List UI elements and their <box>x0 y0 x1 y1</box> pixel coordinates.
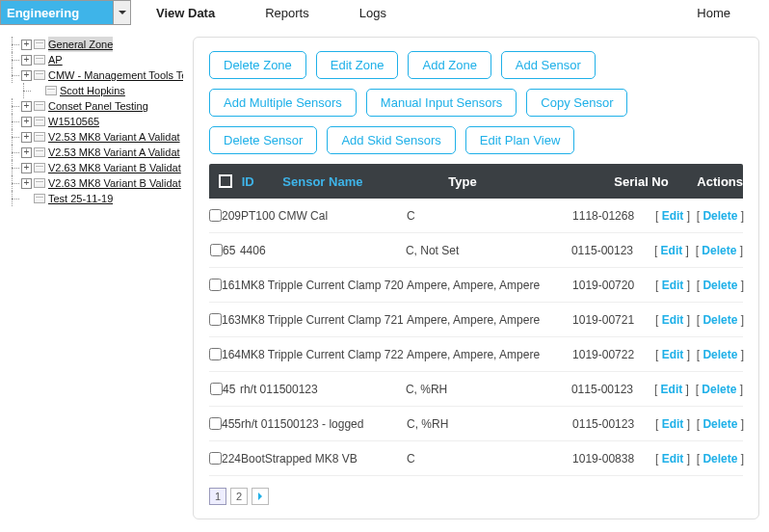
row-checkbox[interactable] <box>209 452 222 465</box>
edit-link[interactable]: Edit <box>662 348 684 361</box>
tree-expand-icon[interactable]: + <box>21 178 32 189</box>
add-skid-sensors-button[interactable]: Add Skid Sensors <box>327 126 455 154</box>
tree-expand-icon[interactable]: + <box>21 163 32 173</box>
zone-tree: +General Zone+AP+CMW - Management Tools … <box>10 37 183 519</box>
tree-expand-icon[interactable]: + <box>21 40 32 50</box>
cell-id: 161 <box>222 279 241 292</box>
edit-zone-button[interactable]: Edit Zone <box>316 51 399 79</box>
delete-link[interactable]: Delete <box>703 313 737 327</box>
cell-id: 163 <box>222 313 241 327</box>
next-page-icon[interactable] <box>252 488 269 505</box>
cell-type: C, %RH <box>407 417 572 431</box>
cell-name: BootStrapped MK8 VB <box>241 452 407 466</box>
table-header: ID Sensor Name Type Serial No Actions <box>209 164 743 199</box>
edit-link[interactable]: Edit <box>662 452 684 466</box>
cell-type: C <box>407 452 572 466</box>
tree-node-label[interactable]: W1510565 <box>48 114 99 129</box>
delete-link[interactable]: Delete <box>703 348 737 361</box>
tree-node-label[interactable]: V2.53 MK8 Variant A Validat <box>48 145 180 160</box>
tree-node-label[interactable]: General Zone <box>48 37 113 52</box>
cell-name: rh/t 011500123 <box>240 383 406 396</box>
cell-actions: [ Edit ] [ Delete ] <box>650 279 744 292</box>
tree-node: Test 25-11-19 <box>10 191 183 206</box>
nav-home[interactable]: Home <box>697 6 769 20</box>
row-checkbox[interactable] <box>209 279 222 291</box>
nav-logs[interactable]: Logs <box>334 6 411 20</box>
tree-node-label[interactable]: Test 25-11-19 <box>48 191 113 206</box>
add-zone-button[interactable]: Add Zone <box>408 51 491 79</box>
delete-link[interactable]: Delete <box>703 279 737 292</box>
cell-serial: 0115-00123 <box>571 244 649 257</box>
tree-expand-icon[interactable]: + <box>21 70 32 81</box>
cell-id: 209 <box>222 209 241 223</box>
area-dropdown[interactable]: Engineering <box>0 0 131 25</box>
row-checkbox[interactable] <box>209 313 222 326</box>
tree-node-label[interactable]: Scott Hopkins <box>60 83 125 98</box>
tree-node-label[interactable]: V2.63 MK8 Variant B Validat <box>48 160 181 175</box>
tree-node: +V2.53 MK8 Variant A Validat <box>10 145 183 160</box>
tree-node-label[interactable]: V2.63 MK8 Variant B Validat <box>48 175 181 191</box>
delete-link[interactable]: Delete <box>702 244 736 257</box>
delete-zone-button[interactable]: Delete Zone <box>209 51 306 79</box>
pager: 12 <box>209 488 743 505</box>
row-checkbox[interactable] <box>209 348 222 360</box>
edit-link[interactable]: Edit <box>662 209 684 223</box>
tree-node: +AP <box>10 52 183 67</box>
cell-id: 65 <box>223 244 240 257</box>
cell-name: rh/t 011500123 - logged <box>241 417 407 431</box>
edit-link[interactable]: Edit <box>661 244 683 257</box>
cell-name: MK8 Tripple Current Clamp 721 <box>241 313 407 327</box>
manual-input-sensors-button[interactable]: Manual Input Sensors <box>366 89 517 117</box>
edit-link[interactable]: Edit <box>661 383 683 396</box>
page-2[interactable]: 2 <box>230 488 248 505</box>
zone-icon <box>34 163 45 173</box>
delete-link[interactable]: Delete <box>703 417 737 431</box>
sensor-table: ID Sensor Name Type Serial No Actions 20… <box>209 164 743 476</box>
edit-link[interactable]: Edit <box>662 279 684 292</box>
tree-node-label[interactable]: V2.53 MK8 Variant A Validat <box>48 129 180 145</box>
cell-type: Ampere, Ampere, Ampere <box>407 348 572 361</box>
row-checkbox[interactable] <box>209 209 222 222</box>
tree-expand-icon[interactable]: + <box>21 55 32 66</box>
tree-node-label[interactable]: AP <box>48 52 63 67</box>
add-multiple-sensors-button[interactable]: Add Multiple Sensors <box>209 89 357 117</box>
cell-serial: 0115-00123 <box>571 383 649 396</box>
zone-icon <box>34 147 45 157</box>
delete-sensor-button[interactable]: Delete Sensor <box>209 126 317 154</box>
row-checkbox[interactable] <box>210 383 223 395</box>
add-sensor-button[interactable]: Add Sensor <box>501 51 596 79</box>
page-1[interactable]: 1 <box>209 488 226 505</box>
select-all-checkbox[interactable] <box>219 174 232 188</box>
edit-link[interactable]: Edit <box>662 313 684 327</box>
nav-view-data[interactable]: View Data <box>131 6 240 20</box>
edit-link[interactable]: Edit <box>662 417 684 431</box>
tree-expand-icon[interactable]: + <box>21 117 32 127</box>
chevron-down-icon[interactable] <box>113 1 130 24</box>
main-panel: Delete ZoneEdit ZoneAdd ZoneAdd SensorAd… <box>193 37 759 519</box>
table-row: 45rh/t 011500123C, %RH0115-00123[ Edit ]… <box>209 372 743 407</box>
edit-plan-view-button[interactable]: Edit Plan View <box>465 126 575 154</box>
cell-id: 455 <box>222 417 241 431</box>
cell-serial: 1118-01268 <box>572 209 650 223</box>
col-name[interactable]: Sensor Name <box>282 174 448 189</box>
zone-action-row: Delete ZoneEdit ZoneAdd ZoneAdd SensorAd… <box>209 51 743 154</box>
tree-node-label[interactable]: Conset Panel Testing <box>48 98 148 114</box>
row-checkbox[interactable] <box>209 417 222 430</box>
cell-name: 4406 <box>240 244 406 257</box>
tree-node: +CMW - Management Tools Te <box>10 67 183 83</box>
cell-serial: 0115-00123 <box>572 417 650 431</box>
cell-actions: [ Edit ] [ Delete ] <box>650 417 744 431</box>
delete-link[interactable]: Delete <box>703 209 737 223</box>
tree-node: +V2.63 MK8 Variant B Validat <box>10 175 183 191</box>
tree-expand-icon[interactable]: + <box>21 147 32 158</box>
nav-reports[interactable]: Reports <box>240 6 334 20</box>
delete-link[interactable]: Delete <box>702 383 736 396</box>
tree-node: Scott Hopkins <box>10 83 183 98</box>
copy-sensor-button[interactable]: Copy Sensor <box>526 89 627 117</box>
tree-expand-icon[interactable]: + <box>21 101 32 112</box>
delete-link[interactable]: Delete <box>703 452 737 466</box>
col-id[interactable]: ID <box>242 174 283 189</box>
row-checkbox[interactable] <box>210 244 223 256</box>
tree-expand-icon[interactable]: + <box>21 132 32 143</box>
tree-node-label[interactable]: CMW - Management Tools Te <box>48 67 183 83</box>
